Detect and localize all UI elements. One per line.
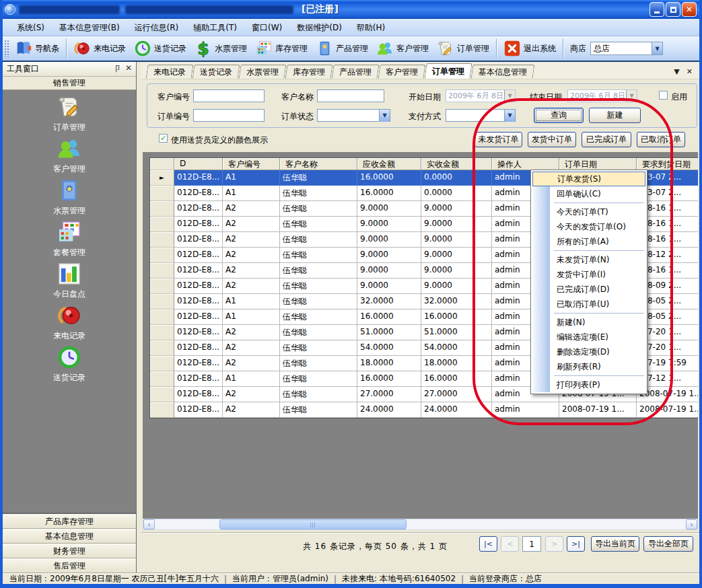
enable-date-checkbox[interactable] bbox=[659, 91, 668, 100]
context-menu-item-7[interactable]: 未发货订单(N) bbox=[532, 252, 645, 267]
column-header-6[interactable]: 操作人 bbox=[492, 158, 559, 170]
menu-item-5[interactable]: 数据维护(D) bbox=[289, 20, 349, 36]
minimize-button[interactable] bbox=[650, 2, 664, 17]
context-menu-item-1[interactable]: 回单确认(C) bbox=[532, 186, 645, 201]
first-page-button[interactable]: |< bbox=[479, 536, 497, 552]
toolbar-button-order[interactable]: 订单管理 bbox=[433, 38, 493, 59]
row-selector[interactable] bbox=[150, 371, 174, 387]
toolbar-button-product[interactable]: 产品管理 bbox=[312, 38, 372, 59]
customer-code-input[interactable] bbox=[193, 89, 265, 102]
sidebar-section-2[interactable]: 财务管理 bbox=[3, 544, 136, 558]
row-selector[interactable] bbox=[150, 217, 174, 232]
toolbar-button-clock[interactable]: 送货记录 bbox=[130, 38, 190, 59]
start-date-picker[interactable]: 2009年 6月 8日 ▼ bbox=[446, 89, 516, 102]
tab-订单管理[interactable]: 订单管理 bbox=[424, 63, 472, 79]
table-row[interactable]: 012D-E8...A2伍华聪24.000024.0000admin2008-0… bbox=[150, 402, 698, 418]
context-menu-item-4[interactable]: 今天的发货订单(O) bbox=[532, 219, 645, 234]
shop-combobox[interactable]: 总店 ▼ bbox=[590, 42, 663, 55]
row-selector[interactable] bbox=[150, 325, 174, 340]
tab-库存管理[interactable]: 库存管理 bbox=[285, 65, 333, 79]
tab-客户管理[interactable]: 客户管理 bbox=[378, 65, 426, 79]
column-header-5[interactable]: 实收金额 bbox=[421, 158, 492, 170]
status-filter-button-2[interactable]: 已完成订单 bbox=[582, 132, 631, 147]
next-page-button[interactable]: > bbox=[545, 536, 563, 552]
menu-item-2[interactable]: 运行信息(R) bbox=[127, 20, 186, 36]
column-header-0[interactable] bbox=[150, 158, 174, 170]
sidebar-item-订单管理[interactable]: 订单管理 bbox=[3, 93, 136, 135]
chevron-down-icon[interactable]: ▼ bbox=[652, 42, 662, 54]
pin-icon[interactable]: 卩 bbox=[112, 63, 120, 75]
sidebar-item-水票管理[interactable]: 水票管理 bbox=[3, 176, 136, 218]
title-bar[interactable]: [已注册] ✕ bbox=[0, 0, 702, 19]
chevron-down-icon[interactable]: ▼ bbox=[504, 90, 515, 102]
tab-scroll-chevron-down-icon[interactable]: ▼ bbox=[674, 67, 679, 76]
column-header-7[interactable]: 订单日期 bbox=[559, 158, 637, 170]
column-header-3[interactable]: 客户名称 bbox=[280, 158, 357, 170]
tab-产品管理[interactable]: 产品管理 bbox=[332, 65, 380, 79]
tab-基本信息管理[interactable]: 基本信息管理 bbox=[471, 65, 535, 79]
pay-method-combobox[interactable]: ▼ bbox=[446, 109, 516, 122]
menu-item-6[interactable]: 帮助(H) bbox=[349, 20, 392, 36]
column-header-8[interactable]: 要求到货日期 bbox=[637, 158, 698, 170]
column-header-4[interactable]: 应收金额 bbox=[357, 158, 421, 170]
status-filter-button-1[interactable]: 发货中订单 bbox=[528, 132, 576, 147]
context-menu-item-13[interactable]: 编辑选定项(E) bbox=[532, 330, 645, 344]
context-menu-item-17[interactable]: 打印列表(P) bbox=[532, 377, 645, 392]
menu-item-0[interactable]: 系统(S) bbox=[9, 20, 52, 36]
toolbar-button-navigator[interactable]: 导航条 bbox=[11, 38, 63, 59]
chevron-down-icon[interactable]: ▼ bbox=[626, 90, 637, 102]
sidebar-section-1[interactable]: 基本信息管理 bbox=[3, 529, 136, 544]
row-selector[interactable] bbox=[150, 201, 174, 217]
toolbar-grip[interactable] bbox=[4, 40, 9, 57]
column-header-2[interactable]: 客户编号 bbox=[223, 158, 280, 170]
row-selector[interactable] bbox=[150, 309, 174, 325]
context-menu-item-15[interactable]: 刷新列表(R) bbox=[532, 359, 645, 374]
sidebar-group-header[interactable]: 销售管理 bbox=[3, 77, 136, 90]
toolbar-button-alarm[interactable]: 来电记录 bbox=[69, 38, 130, 59]
context-menu-item-9[interactable]: 已完成订单(D) bbox=[532, 282, 645, 297]
column-header-1[interactable]: D bbox=[174, 158, 223, 170]
chevron-down-icon[interactable]: ▼ bbox=[379, 110, 390, 122]
new-button[interactable]: 新建 bbox=[589, 108, 641, 123]
export-current-page-button[interactable]: 导出当前页 bbox=[591, 536, 639, 552]
query-button[interactable]: 查询 bbox=[534, 108, 584, 123]
row-selector[interactable] bbox=[150, 232, 174, 248]
sidebar-item-套餐管理[interactable]: 套餐管理 bbox=[3, 218, 136, 260]
context-menu-item-14[interactable]: 删除选定项(D) bbox=[532, 344, 645, 359]
context-menu-item-12[interactable]: 新建(N) bbox=[532, 315, 645, 330]
courier-color-checkbox[interactable]: ✓ bbox=[159, 134, 168, 143]
page-number-input[interactable] bbox=[522, 536, 541, 552]
tab-水票管理[interactable]: 水票管理 bbox=[239, 65, 287, 79]
prev-page-button[interactable]: < bbox=[501, 536, 519, 552]
sidebar-item-客户管理[interactable]: 客户管理 bbox=[3, 135, 136, 176]
context-menu-item-8[interactable]: 发货中订单(I) bbox=[532, 267, 645, 282]
row-selector[interactable] bbox=[150, 340, 174, 356]
last-page-button[interactable]: >| bbox=[567, 536, 585, 552]
sidebar-item-送货记录[interactable]: 送货记录 bbox=[3, 343, 136, 385]
context-menu-item-5[interactable]: 所有的订单(A) bbox=[532, 234, 645, 249]
sidebar-item-今日盘点[interactable]: 今日盘点 bbox=[3, 260, 136, 301]
tab-来电记录[interactable]: 来电记录 bbox=[146, 65, 194, 79]
maximize-button[interactable] bbox=[666, 2, 680, 17]
menu-item-1[interactable]: 基本信息管理(B) bbox=[52, 20, 127, 36]
tab-close-icon[interactable]: ✕ bbox=[687, 67, 693, 76]
row-selector[interactable] bbox=[150, 248, 174, 263]
close-button[interactable]: ✕ bbox=[682, 2, 697, 17]
row-selector[interactable] bbox=[150, 402, 174, 418]
toolbar-button-dollar[interactable]: $水票管理 bbox=[190, 38, 251, 59]
row-selector[interactable]: ► bbox=[150, 170, 174, 186]
status-filter-button-3[interactable]: 已取消订单 bbox=[637, 132, 685, 147]
scroll-right-icon[interactable]: › bbox=[686, 519, 697, 529]
row-selector[interactable] bbox=[150, 279, 174, 294]
context-menu-item-0[interactable]: 订单发货(S) bbox=[532, 172, 645, 186]
chevron-down-icon[interactable]: ▼ bbox=[504, 110, 515, 122]
toolbar-button-customers[interactable]: 客户管理 bbox=[372, 38, 433, 59]
context-menu-item-10[interactable]: 已取消订单(U) bbox=[532, 297, 645, 311]
tab-送货记录[interactable]: 送货记录 bbox=[192, 65, 240, 79]
order-code-input[interactable] bbox=[193, 109, 265, 122]
row-selector[interactable] bbox=[150, 186, 174, 201]
close-icon[interactable]: ✕ bbox=[125, 63, 132, 75]
sidebar-item-来电记录[interactable]: 来电记录 bbox=[3, 301, 136, 343]
toolbar-button-exit[interactable]: 退出系统 bbox=[499, 38, 560, 59]
status-filter-button-0[interactable]: 未发货订单 bbox=[475, 132, 522, 147]
